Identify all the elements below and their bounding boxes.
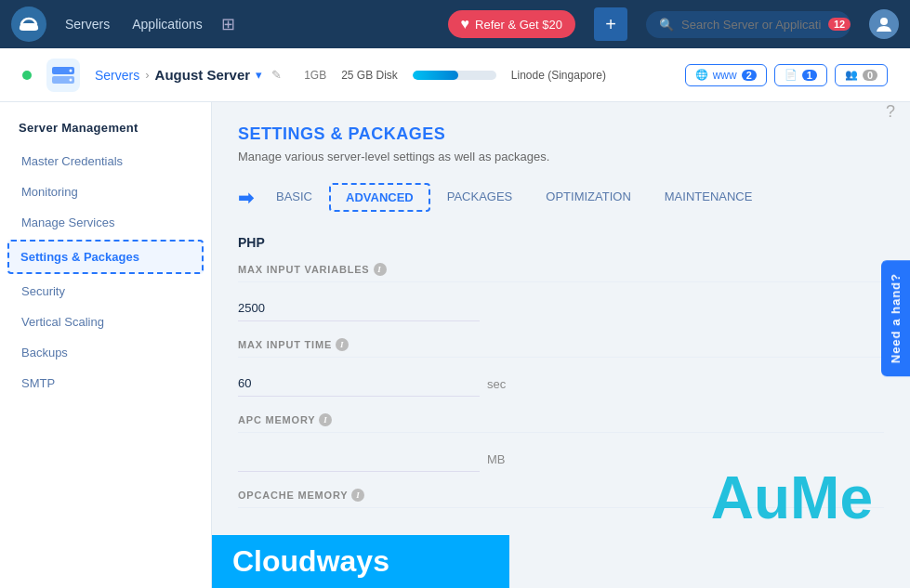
info-icon-max-input-time[interactable]: i [336,338,349,351]
content-area: SETTINGS & PACKAGES Manage various serve… [212,102,910,588]
sidebar-item-manage-services[interactable]: Manage Services [0,207,211,238]
section-title: SETTINGS & PACKAGES [238,124,884,144]
disk-usage-fill [413,71,459,80]
sidebar-label: Master Credentials [21,154,123,168]
refer-button[interactable]: ♥ Refer & Get $20 [448,10,575,38]
cloudways-bar: Cloudways [212,535,509,588]
sidebar-item-smtp[interactable]: SMTP [0,368,211,399]
nav-applications[interactable]: Applications [132,17,203,32]
sidebar-item-backups[interactable]: Backups [0,337,211,368]
field-input-wrap: MB [238,446,884,472]
server-name: August Server [155,67,251,83]
field-label-opcache-memory: OPCACHE MEMORY i [238,489,884,502]
logo[interactable] [11,7,46,42]
sidebar-label: Settings & Packages [20,250,139,264]
avatar[interactable] [869,9,899,39]
search-input[interactable] [681,18,821,32]
svg-point-4 [70,78,73,81]
badge-user-count: 0 [863,70,877,81]
notification-badge[interactable]: 12 [828,18,851,31]
add-button[interactable]: + [594,7,627,41]
sidebar-item-settings-packages[interactable]: Settings & Packages [7,240,204,274]
breadcrumb: Servers › August Server ▾ ✎ [95,67,282,83]
field-max-input-time: MAX INPUT TIME i sec [238,338,884,397]
sidebar-label: Backups [21,346,68,359]
info-icon-apc-memory[interactable]: i [319,413,332,426]
www-icon: 🌐 [695,69,708,81]
arrow-icon: ➡ [238,187,254,209]
section-desc: Manage various server-level settings as … [238,150,884,163]
breadcrumb-chevron: › [145,68,149,82]
heart-icon: ♥ [461,16,470,33]
sidebar-item-monitoring[interactable]: Monitoring [0,176,211,207]
tab-optimization[interactable]: OPTIMIZATION [529,182,647,213]
refer-label: Refer & Get $20 [475,18,562,32]
badge-www-label: www [713,69,737,82]
php-label: PHP [238,235,884,250]
server-icon [46,59,80,92]
badge-www-count: 2 [742,70,757,81]
field-label-max-input-time: MAX INPUT TIME i [238,338,884,351]
tab-basic[interactable]: BASIC [259,182,329,213]
sidebar-item-vertical-scaling[interactable]: Vertical Scaling [0,307,211,337]
topnav-links: Servers Applications [65,17,203,32]
input-apc-memory[interactable] [238,446,480,472]
sidebar-label: Vertical Scaling [21,315,104,329]
sidebar-label: Manage Services [21,216,114,229]
badge-user[interactable]: 👥 0 [835,64,888,86]
search-bar: 🔍 12 [646,11,851,38]
help-tab[interactable]: Need a hand? [881,260,910,376]
server-disk: 25 GB Disk [341,69,398,82]
field-label-apc-memory: APC MEMORY i [238,413,884,426]
field-label-max-input-variables: MAX INPUT VARIABLES i [238,263,884,276]
main-layout: Server Management Master Credentials Mon… [0,102,910,588]
nav-grid[interactable]: ⊞ [221,14,235,34]
help-question-icon[interactable]: ? [886,102,895,122]
logo-icon [11,7,46,42]
php-section: PHP MAX INPUT VARIABLES i MAX INPUT TIME… [238,235,884,547]
sidebar-label: Monitoring [21,185,78,199]
sidebar-item-master-credentials[interactable]: Master Credentials [0,146,211,176]
tabs: ➡ BASIC ADVANCED PACKAGES OPTIMIZATION M… [238,182,884,213]
file-icon: 📄 [785,69,798,81]
input-max-input-time[interactable] [238,371,480,397]
badge-file-count: 1 [802,70,817,81]
sidebar: Server Management Master Credentials Mon… [0,102,212,588]
svg-point-0 [880,18,888,25]
server-ram: 1GB [304,69,326,82]
badge-file[interactable]: 📄 1 [774,64,827,86]
suffix-sec: sec [487,377,506,391]
server-dropdown-icon[interactable]: ▾ [256,68,262,82]
user-icon: 👥 [845,69,858,81]
tab-maintenance[interactable]: MAINTENANCE [648,182,770,213]
tab-packages[interactable]: PACKAGES [430,182,530,213]
server-meta: 1GB 25 GB Disk Linode (Singapore) [304,69,606,82]
field-apc-memory: APC MEMORY i MB [238,413,884,472]
input-max-input-variables[interactable] [238,295,480,321]
server-bar: Servers › August Server ▾ ✎ 1GB 25 GB Di… [0,48,910,102]
status-dot [22,71,32,80]
badge-www[interactable]: 🌐 www 2 [685,64,767,86]
field-input-wrap: sec [238,371,884,397]
info-icon-opcache-memory[interactable]: i [351,489,364,502]
field-max-input-variables: MAX INPUT VARIABLES i [238,263,884,321]
disk-usage-bar [413,71,496,80]
sidebar-label: SMTP [21,376,55,390]
search-icon: 🔍 [659,18,674,32]
info-icon-max-input-variables[interactable]: i [374,263,387,276]
sidebar-item-security[interactable]: Security [0,276,211,307]
server-location: Linode (Singapore) [511,69,606,82]
sidebar-label: Security [21,284,65,298]
edit-icon[interactable]: ✎ [271,68,282,82]
topnav: Servers Applications ⊞ ♥ Refer & Get $20… [0,0,910,48]
nav-servers[interactable]: Servers [65,17,110,32]
field-input-wrap [238,295,884,321]
tab-advanced[interactable]: ADVANCED [329,183,430,212]
servers-breadcrumb-link[interactable]: Servers [95,68,139,83]
sidebar-section-title: Server Management [0,121,211,146]
svg-point-3 [70,69,73,72]
suffix-mb: MB [487,452,506,466]
server-badges: 🌐 www 2 📄 1 👥 0 [685,64,888,86]
